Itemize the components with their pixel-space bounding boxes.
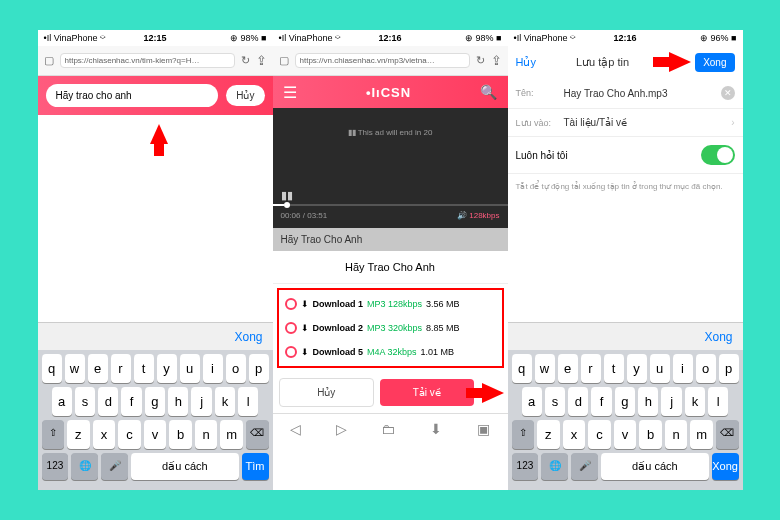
share-icon[interactable]: ⇪	[256, 53, 267, 68]
num-key[interactable]: 123	[512, 453, 539, 480]
key-v[interactable]: v	[614, 420, 637, 449]
space-key[interactable]: dấu cách	[601, 453, 709, 480]
back-icon[interactable]: ◁	[290, 421, 301, 437]
menu-icon[interactable]: ☰	[283, 83, 297, 102]
bookmarks-icon[interactable]: ▢	[44, 54, 54, 67]
key-i[interactable]: i	[673, 354, 693, 383]
shift-key[interactable]: ⇧	[512, 420, 535, 449]
key-p[interactable]: p	[249, 354, 269, 383]
key-f[interactable]: f	[591, 387, 611, 416]
key-e[interactable]: e	[88, 354, 108, 383]
key-v[interactable]: v	[144, 420, 167, 449]
mic-key[interactable]: 🎤	[571, 453, 598, 480]
toggle-switch[interactable]	[701, 145, 735, 165]
num-key[interactable]: 123	[42, 453, 69, 480]
refresh-icon[interactable]: ↻	[476, 54, 485, 67]
globe-key[interactable]: 🌐	[541, 453, 568, 480]
key-f[interactable]: f	[121, 387, 141, 416]
key-s[interactable]: s	[545, 387, 565, 416]
refresh-icon[interactable]: ↻	[241, 54, 250, 67]
cancel-button[interactable]: Hủy	[279, 378, 375, 407]
key-m[interactable]: m	[220, 420, 243, 449]
url-bar[interactable]: https://vn.chiasenhac.vn/mp3/vietna…	[295, 53, 470, 68]
download-option[interactable]: ⬇Download 1 MP3 128kbps 3.56 MB	[279, 292, 502, 316]
filename-input[interactable]: Hay Trao Cho Anh.mp3	[564, 88, 713, 99]
radio-icon[interactable]	[285, 298, 297, 310]
cancel-button[interactable]: Hủy	[516, 56, 536, 69]
key-z[interactable]: z	[67, 420, 90, 449]
key-m[interactable]: m	[690, 420, 713, 449]
backspace-key[interactable]: ⌫	[716, 420, 739, 449]
key-x[interactable]: x	[563, 420, 586, 449]
enter-key[interactable]: Tìm	[242, 453, 269, 480]
key-j[interactable]: j	[191, 387, 211, 416]
key-r[interactable]: r	[111, 354, 131, 383]
key-d[interactable]: d	[98, 387, 118, 416]
downloads-icon[interactable]: ⬇	[430, 421, 442, 437]
cancel-button[interactable]: Hủy	[226, 85, 264, 106]
mic-key[interactable]: 🎤	[101, 453, 128, 480]
space-key[interactable]: dấu cách	[131, 453, 239, 480]
url-bar[interactable]: https://chiasenhac.vn/tim-kiem?q=H…	[60, 53, 235, 68]
pause-icon[interactable]: ▮▮	[348, 128, 356, 137]
folder-icon[interactable]: 🗀	[381, 421, 395, 437]
key-o[interactable]: o	[696, 354, 716, 383]
quality-badge[interactable]: 🔊 128kbps	[457, 211, 499, 220]
kb-done[interactable]: Xong	[704, 330, 732, 344]
key-t[interactable]: t	[604, 354, 624, 383]
bookmarks-icon[interactable]: ▢	[279, 54, 289, 67]
progress-bar[interactable]	[273, 204, 508, 206]
key-u[interactable]: u	[180, 354, 200, 383]
globe-key[interactable]: 🌐	[71, 453, 98, 480]
shift-key[interactable]: ⇧	[42, 420, 65, 449]
key-x[interactable]: x	[93, 420, 116, 449]
share-icon[interactable]: ⇪	[491, 53, 502, 68]
key-h[interactable]: h	[168, 387, 188, 416]
key-n[interactable]: n	[195, 420, 218, 449]
clear-icon[interactable]: ✕	[721, 86, 735, 100]
key-j[interactable]: j	[661, 387, 681, 416]
key-k[interactable]: k	[685, 387, 705, 416]
key-y[interactable]: y	[157, 354, 177, 383]
key-g[interactable]: g	[145, 387, 165, 416]
download-option[interactable]: ⬇Download 2 MP3 320kbps 8.85 MB	[279, 316, 502, 340]
key-u[interactable]: u	[650, 354, 670, 383]
download-button[interactable]: Tải về	[380, 379, 474, 406]
pause-icon[interactable]: ▮▮	[281, 189, 293, 202]
key-w[interactable]: w	[65, 354, 85, 383]
search-icon[interactable]: 🔍	[480, 84, 497, 100]
key-r[interactable]: r	[581, 354, 601, 383]
key-y[interactable]: y	[627, 354, 647, 383]
forward-icon[interactable]: ▷	[336, 421, 347, 437]
radio-icon[interactable]	[285, 322, 297, 334]
kb-done[interactable]: Xong	[234, 330, 262, 344]
filename-field[interactable]: Tên: Hay Trao Cho Anh.mp3 ✕	[508, 78, 743, 109]
enter-key[interactable]: Xong	[712, 453, 739, 480]
video-player[interactable]: ▮▮ This ad will end in 20 ▮▮ 00:06 / 03:…	[273, 108, 508, 228]
key-n[interactable]: n	[665, 420, 688, 449]
key-c[interactable]: c	[118, 420, 141, 449]
key-h[interactable]: h	[638, 387, 658, 416]
key-i[interactable]: i	[203, 354, 223, 383]
key-b[interactable]: b	[169, 420, 192, 449]
done-button[interactable]: Xong	[695, 53, 734, 72]
key-t[interactable]: t	[134, 354, 154, 383]
key-l[interactable]: l	[238, 387, 258, 416]
key-p[interactable]: p	[719, 354, 739, 383]
key-l[interactable]: l	[708, 387, 728, 416]
tabs-icon[interactable]: ▣	[477, 421, 490, 437]
key-z[interactable]: z	[537, 420, 560, 449]
save-location-field[interactable]: Lưu vào: Tài liệu/Tải về ›	[508, 109, 743, 137]
key-c[interactable]: c	[588, 420, 611, 449]
key-e[interactable]: e	[558, 354, 578, 383]
key-w[interactable]: w	[535, 354, 555, 383]
key-a[interactable]: a	[52, 387, 72, 416]
key-d[interactable]: d	[568, 387, 588, 416]
download-option[interactable]: ⬇Download 5 M4A 32kbps 1.01 MB	[279, 340, 502, 364]
key-q[interactable]: q	[512, 354, 532, 383]
key-g[interactable]: g	[615, 387, 635, 416]
key-q[interactable]: q	[42, 354, 62, 383]
key-k[interactable]: k	[215, 387, 235, 416]
backspace-key[interactable]: ⌫	[246, 420, 269, 449]
key-s[interactable]: s	[75, 387, 95, 416]
